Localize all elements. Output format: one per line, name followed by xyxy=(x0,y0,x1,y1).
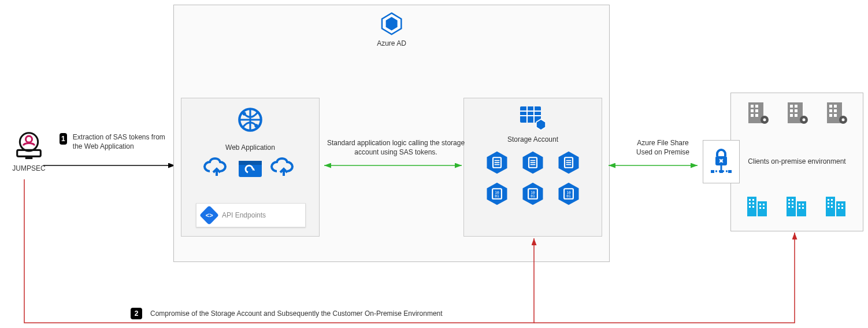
svg-rect-75 xyxy=(829,109,832,112)
svg-rect-11 xyxy=(239,161,262,165)
svg-point-3 xyxy=(26,136,32,142)
step-2-badge: 2 xyxy=(131,308,142,319)
storage-row-1 xyxy=(469,150,597,175)
svg-rect-69 xyxy=(795,114,797,117)
step-2: 2 Compromise of the Storage Account and … xyxy=(131,308,443,319)
building-gear-icon xyxy=(824,100,849,126)
svg-rect-113 xyxy=(838,204,840,205)
svg-point-62 xyxy=(763,119,766,121)
binary-hex-icon: 1001 xyxy=(485,182,509,206)
building-gear-icon xyxy=(745,100,770,126)
svg-rect-103 xyxy=(799,207,800,209)
step-2-text: Compromise of the Storage Account and Su… xyxy=(150,309,443,318)
svg-rect-55 xyxy=(751,105,754,108)
svg-rect-81 xyxy=(747,197,756,216)
svg-rect-87 xyxy=(749,206,751,208)
svg-rect-68 xyxy=(790,114,793,117)
api-label: API Endpoints xyxy=(222,211,266,219)
svg-rect-106 xyxy=(836,201,845,216)
svg-rect-90 xyxy=(763,204,765,205)
svg-rect-52 xyxy=(719,170,723,173)
webapp-title: Web Application xyxy=(186,143,314,152)
svg-rect-107 xyxy=(828,199,829,201)
svg-rect-104 xyxy=(802,207,804,209)
svg-text:01: 01 xyxy=(566,194,571,198)
azure-ad-label: Azure AD xyxy=(377,39,406,47)
svg-text:01: 01 xyxy=(531,194,535,198)
svg-rect-56 xyxy=(755,105,758,108)
svg-rect-67 xyxy=(795,109,797,112)
svg-rect-58 xyxy=(755,109,758,112)
svg-rect-101 xyxy=(799,204,800,205)
azure-ad-icon xyxy=(380,12,403,35)
building-icon xyxy=(824,193,849,219)
svg-rect-57 xyxy=(751,109,754,112)
svg-rect-115 xyxy=(838,207,840,209)
building-icon xyxy=(745,193,770,219)
arrow-webapp-storage xyxy=(321,161,465,170)
storage-box: Storage Account 1001 1001 1001 xyxy=(463,98,602,237)
step-1-badge: 1 xyxy=(60,133,67,145)
storage-icon xyxy=(519,105,547,132)
arrow-actor-to-webapp xyxy=(43,162,179,169)
svg-rect-53 xyxy=(728,170,732,173)
onprem-box: Clients on-premise environment xyxy=(730,93,863,231)
api-endpoints-box: <> API Endpoints xyxy=(196,203,306,227)
cloud-arrow-icon xyxy=(203,157,231,180)
attacker-icon xyxy=(14,130,43,159)
svg-rect-78 xyxy=(834,114,837,117)
svg-rect-1 xyxy=(25,156,33,159)
svg-text:01: 01 xyxy=(495,194,499,198)
arrow-storage-vpn xyxy=(605,161,703,170)
storage-title: Storage Account xyxy=(469,135,597,143)
svg-rect-76 xyxy=(834,109,837,112)
svg-rect-98 xyxy=(792,202,793,204)
svg-rect-92 xyxy=(763,207,765,209)
api-icon: <> xyxy=(199,205,219,225)
svg-point-8 xyxy=(242,112,246,115)
svg-point-9 xyxy=(254,124,258,127)
svg-rect-12 xyxy=(520,106,541,123)
svg-rect-74 xyxy=(834,105,837,108)
file-hex-icon xyxy=(521,150,545,175)
svg-rect-66 xyxy=(790,109,793,112)
svg-rect-105 xyxy=(826,197,835,216)
svg-rect-96 xyxy=(792,199,793,201)
svg-rect-60 xyxy=(755,114,758,117)
svg-rect-91 xyxy=(759,207,761,209)
svg-point-71 xyxy=(803,119,806,121)
onprem-row-1 xyxy=(738,100,856,126)
file-hex-icon xyxy=(557,150,581,175)
svg-rect-65 xyxy=(795,105,797,108)
binary-hex-icon: 1001 xyxy=(557,182,581,206)
svg-rect-77 xyxy=(829,114,832,117)
svg-rect-99 xyxy=(788,206,790,208)
svg-rect-51 xyxy=(711,170,714,173)
svg-rect-93 xyxy=(787,197,796,216)
vpn-lock-icon xyxy=(709,147,734,177)
svg-rect-95 xyxy=(788,199,790,201)
azure-ad: Azure AD xyxy=(377,12,406,47)
svg-rect-59 xyxy=(751,114,754,117)
svg-rect-89 xyxy=(759,204,761,205)
webapp-box: Web Application <> API Endpoints xyxy=(181,98,320,237)
svg-rect-110 xyxy=(831,202,833,204)
svg-rect-116 xyxy=(841,207,843,209)
svg-rect-82 xyxy=(758,201,767,216)
vpn-gateway-box xyxy=(703,140,740,183)
binary-hex-icon: 1001 xyxy=(521,182,545,206)
svg-rect-109 xyxy=(828,202,829,204)
webapp-icon xyxy=(236,105,265,136)
browser-refresh-icon xyxy=(236,157,264,180)
step-1-text: Extraction of SAS tokens from the Web Ap… xyxy=(73,133,172,151)
building-icon xyxy=(784,193,810,219)
svg-point-80 xyxy=(842,119,845,121)
storage-row-2: 1001 1001 1001 xyxy=(469,182,597,206)
step-1: 1 Extraction of SAS tokens from the Web … xyxy=(60,133,172,151)
cloud-arrow-icon xyxy=(270,157,298,180)
onprem-title: Clients on-premise environment xyxy=(738,157,856,165)
webapp-icon-row xyxy=(186,157,314,180)
svg-rect-102 xyxy=(802,204,804,205)
svg-rect-111 xyxy=(828,206,829,208)
svg-rect-97 xyxy=(788,202,790,204)
